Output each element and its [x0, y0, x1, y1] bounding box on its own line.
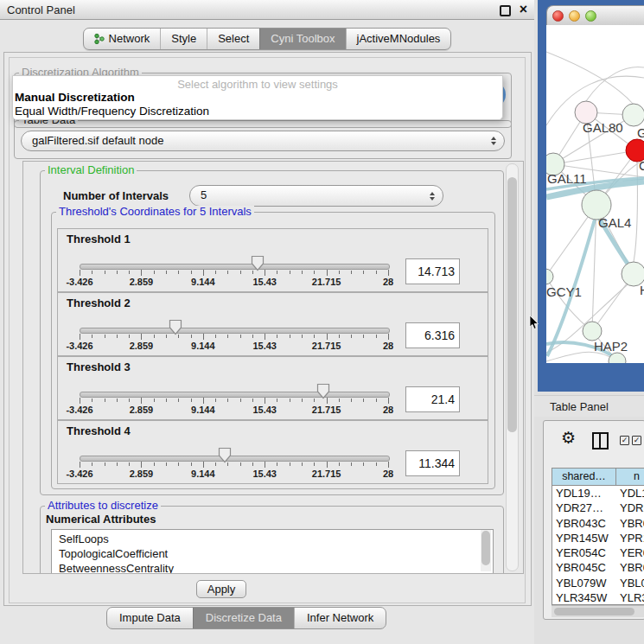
bottom-tab-discretize-data[interactable]: Discretize Data	[193, 608, 294, 628]
table-cell[interactable]: YDL1	[616, 486, 644, 501]
network-node-g-[interactable]	[622, 104, 644, 126]
table-cell[interactable]: YBL0	[616, 576, 644, 590]
slider-thumb[interactable]	[251, 255, 265, 271]
network-node-hap2[interactable]	[583, 322, 602, 341]
attribute-item-topologicalcoefficient[interactable]: TopologicalCoefficient	[52, 546, 493, 561]
table-cell[interactable]: YER054C	[552, 545, 616, 560]
network-canvas[interactable]: GAL80G.GAL11GAL4GCY1HHAP2C	[546, 25, 644, 363]
table-row[interactable]: YDR27…YDR2	[552, 501, 644, 515]
slider-tick	[191, 335, 192, 338]
network-icon	[94, 33, 105, 45]
table-cell[interactable]: YBR0	[616, 516, 644, 531]
slider-track[interactable]	[80, 264, 390, 270]
threshold-slider[interactable]: -3.4262.8599.14415.4321.71528	[58, 229, 404, 291]
checkbox-icon[interactable]: ✓	[620, 436, 629, 445]
slider-thumb[interactable]	[218, 447, 232, 463]
slider-scale-label: -3.426	[66, 341, 92, 351]
slider-track[interactable]	[80, 456, 390, 462]
table-cell[interactable]: YLR345W	[552, 590, 616, 605]
slider-track[interactable]	[80, 392, 390, 398]
threshold-slider[interactable]: -3.4262.8599.14415.4321.71528	[58, 421, 404, 483]
checkbox-icon[interactable]: ✓	[632, 436, 641, 445]
split-columns-icon[interactable]	[592, 432, 609, 450]
number-of-intervals-combobox[interactable]: 5	[189, 185, 443, 207]
attribute-item-betweennesscentrality[interactable]: BetweennessCentrality	[52, 561, 493, 574]
viewport-vertical-scrollbar[interactable]	[506, 163, 519, 571]
bottom-tab-impute-data[interactable]: Impute Data	[107, 608, 193, 628]
table-horizontal-scrollbar[interactable]	[552, 605, 644, 617]
apply-button[interactable]: Apply	[196, 580, 246, 598]
tab-select[interactable]: Select	[207, 29, 259, 49]
slider-tick	[277, 462, 277, 466]
slider-tick	[191, 271, 192, 274]
attribute-item-selfloops[interactable]: SelfLoops	[52, 532, 493, 546]
tab-jactivemnodules[interactable]: jActiveMNodules	[346, 29, 451, 49]
table-cell[interactable]: YBR045C	[552, 560, 616, 575]
table-row[interactable]: YER054CYER0	[552, 545, 644, 560]
table-cell[interactable]: YBR0	[616, 560, 644, 575]
network-window-titlebar[interactable]	[546, 5, 644, 25]
slider-tick	[178, 462, 179, 466]
number-of-intervals-label: Number of Intervals	[63, 189, 169, 202]
bottom-tab-infer-network[interactable]: Infer Network	[294, 608, 386, 628]
threshold-slider[interactable]: -3.4262.8599.14415.4321.71528	[58, 293, 404, 355]
table-cell[interactable]: YPR1	[616, 531, 644, 545]
table-row[interactable]: YLR345WYLR3	[552, 590, 644, 605]
threshold-value-field[interactable]	[405, 258, 460, 284]
slider-tick	[265, 398, 265, 404]
threshold-slider[interactable]: -3.4262.8599.14415.4321.71528	[58, 357, 404, 419]
network-node-label: GCY1	[546, 284, 582, 299]
slider-tick	[327, 270, 328, 276]
column-header-0[interactable]: shared…	[552, 469, 616, 485]
float-window-icon[interactable]	[500, 5, 511, 16]
dropdown-option-equal-width-frequency[interactable]: Equal Width/Frequency Discretization	[13, 105, 502, 118]
table-cell[interactable]: YDR27…	[552, 501, 616, 515]
slider-scale-label: 15.43	[252, 277, 277, 287]
close-icon[interactable]: ×	[520, 1, 527, 18]
threshold-row: Threshold 2 -3.4262.8599.14415.4321.7152…	[57, 292, 488, 356]
threshold-value-field[interactable]	[405, 450, 460, 476]
slider-tick	[327, 462, 328, 468]
table-row[interactable]: YBR043CYBR0	[552, 516, 644, 531]
tab-style[interactable]: Style	[160, 29, 207, 49]
slider-tick	[154, 462, 155, 466]
table-row[interactable]: YBR045CYBR0	[552, 560, 644, 575]
column-header-1[interactable]: n	[616, 469, 644, 485]
table-cell[interactable]: YBL079W	[552, 576, 616, 590]
table-data-combobox[interactable]: galFiltered.sif default node	[21, 131, 505, 151]
network-node-gcy1[interactable]	[546, 269, 553, 284]
gear-icon[interactable]: ⚙	[561, 429, 576, 448]
attributes-list-scrollbar[interactable]	[481, 530, 491, 571]
slider-thumb[interactable]	[169, 319, 182, 335]
slider-tick	[166, 335, 167, 338]
slider-thumb[interactable]	[316, 383, 330, 399]
table-cell[interactable]: YDR2	[616, 501, 644, 515]
minimize-traffic-light-icon[interactable]	[569, 10, 580, 22]
slider-tick	[154, 271, 155, 274]
table-cell[interactable]: YER0	[616, 545, 644, 560]
table-cell[interactable]: YDL19…	[552, 486, 616, 501]
tab-network[interactable]: Network	[84, 29, 161, 49]
slider-tick	[80, 334, 80, 340]
slider-tick	[376, 399, 377, 402]
table-row[interactable]: YPR145WYPR1	[552, 531, 644, 545]
table-cell[interactable]: YLR3	[616, 590, 644, 605]
network-node-label: G.	[637, 125, 644, 140]
slider-tick	[129, 335, 130, 338]
threshold-row: Threshold 1 -3.4262.8599.14415.4321.7152…	[57, 228, 488, 292]
table-row[interactable]: YBL079WYBL0	[552, 576, 644, 590]
combo-stepper-icon	[430, 192, 435, 201]
zoom-traffic-light-icon[interactable]	[585, 10, 596, 22]
threshold-value-field[interactable]	[405, 322, 460, 348]
close-traffic-light-icon[interactable]	[552, 10, 564, 22]
table-row[interactable]: YDL19…YDL1	[552, 486, 644, 501]
table-cell[interactable]: YBR043C	[552, 516, 616, 531]
slider-track[interactable]	[80, 328, 390, 334]
table-cell[interactable]: YPR145W	[552, 531, 616, 545]
dropdown-option-manual-discretization[interactable]: Manual Discretization	[13, 91, 502, 105]
threshold-value-field[interactable]	[405, 386, 460, 412]
slider-tick	[80, 398, 80, 404]
slider-tick	[339, 335, 340, 338]
tab-cyni-toolbox[interactable]: Cyni Toolbox	[259, 29, 345, 49]
slider-tick	[80, 462, 80, 468]
